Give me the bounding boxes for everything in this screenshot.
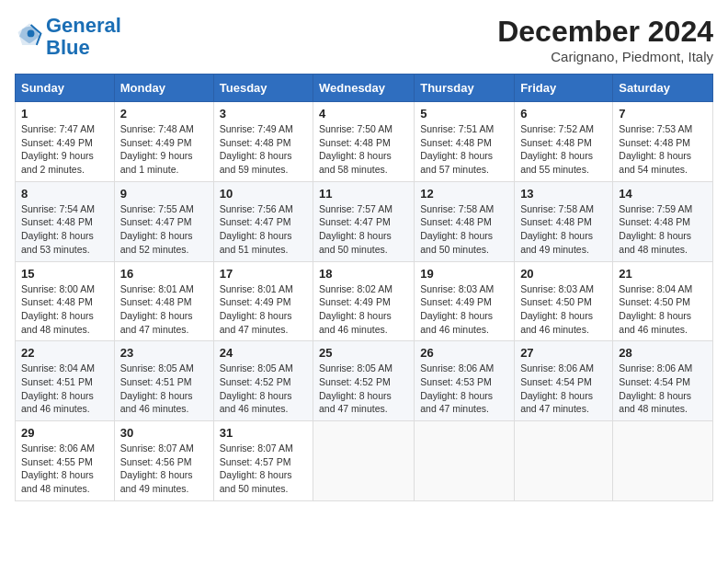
- day-number: 1: [21, 107, 108, 121]
- calendar-cell: 14Sunrise: 7:59 AMSunset: 4:48 PMDayligh…: [613, 181, 713, 261]
- day-number: 27: [520, 346, 607, 360]
- title-section: December 2024 Carignano, Piedmont, Italy: [497, 15, 713, 64]
- day-number: 22: [21, 346, 108, 360]
- calendar-cell: [515, 421, 613, 501]
- day-number: 2: [120, 107, 208, 121]
- calendar-cell: 2Sunrise: 7:48 AMSunset: 4:49 PMDaylight…: [114, 102, 213, 182]
- sunrise-text: Sunrise: 7:56 AMSunset: 4:47 PMDaylight:…: [220, 203, 293, 255]
- sunrise-text: Sunrise: 8:06 AMSunset: 4:55 PMDaylight:…: [21, 442, 95, 494]
- sunrise-text: Sunrise: 8:01 AMSunset: 4:49 PMDaylight:…: [220, 283, 293, 335]
- logo: General Blue: [15, 15, 121, 59]
- sunrise-text: Sunrise: 7:58 AMSunset: 4:48 PMDaylight:…: [520, 203, 594, 255]
- sunrise-text: Sunrise: 7:51 AMSunset: 4:48 PMDaylight:…: [420, 123, 494, 175]
- calendar-week-3: 15Sunrise: 8:00 AMSunset: 4:48 PMDayligh…: [16, 261, 713, 341]
- day-number: 5: [420, 107, 508, 121]
- calendar-cell: 31Sunrise: 8:07 AMSunset: 4:57 PMDayligh…: [213, 421, 313, 501]
- calendar-cell: 11Sunrise: 7:57 AMSunset: 4:47 PMDayligh…: [313, 181, 415, 261]
- day-number: 26: [420, 346, 508, 360]
- calendar-cell: 3Sunrise: 7:49 AMSunset: 4:48 PMDaylight…: [213, 102, 313, 182]
- calendar-week-5: 29Sunrise: 8:06 AMSunset: 4:55 PMDayligh…: [16, 421, 713, 501]
- calendar-cell: 21Sunrise: 8:04 AMSunset: 4:50 PMDayligh…: [613, 261, 713, 341]
- sunrise-text: Sunrise: 7:54 AMSunset: 4:48 PMDaylight:…: [21, 203, 95, 255]
- calendar-cell: 22Sunrise: 8:04 AMSunset: 4:51 PMDayligh…: [16, 341, 115, 421]
- calendar-cell: 15Sunrise: 8:00 AMSunset: 4:48 PMDayligh…: [16, 261, 115, 341]
- calendar-week-4: 22Sunrise: 8:04 AMSunset: 4:51 PMDayligh…: [16, 341, 713, 421]
- calendar-cell: 17Sunrise: 8:01 AMSunset: 4:49 PMDayligh…: [213, 261, 313, 341]
- calendar-cell: 26Sunrise: 8:06 AMSunset: 4:53 PMDayligh…: [415, 341, 515, 421]
- header-wednesday: Wednesday: [313, 75, 415, 102]
- calendar-cell: 18Sunrise: 8:02 AMSunset: 4:49 PMDayligh…: [313, 261, 415, 341]
- sunrise-text: Sunrise: 7:49 AMSunset: 4:48 PMDaylight:…: [220, 123, 293, 175]
- day-number: 29: [21, 426, 108, 440]
- day-number: 25: [319, 346, 408, 360]
- day-number: 18: [319, 267, 408, 281]
- calendar-week-2: 8Sunrise: 7:54 AMSunset: 4:48 PMDaylight…: [16, 181, 713, 261]
- sunrise-text: Sunrise: 7:53 AMSunset: 4:48 PMDaylight:…: [619, 123, 692, 175]
- day-number: 9: [120, 187, 208, 201]
- svg-point-1: [28, 30, 35, 38]
- location-subtitle: Carignano, Piedmont, Italy: [497, 49, 713, 64]
- calendar-cell: 19Sunrise: 8:03 AMSunset: 4:49 PMDayligh…: [415, 261, 515, 341]
- day-number: 30: [120, 426, 208, 440]
- day-number: 10: [220, 187, 307, 201]
- day-number: 13: [520, 187, 607, 201]
- day-number: 21: [619, 267, 707, 281]
- sunrise-text: Sunrise: 7:47 AMSunset: 4:49 PMDaylight:…: [21, 123, 95, 175]
- calendar-cell: 13Sunrise: 7:58 AMSunset: 4:48 PMDayligh…: [515, 181, 613, 261]
- sunrise-text: Sunrise: 8:05 AMSunset: 4:52 PMDaylight:…: [220, 362, 293, 414]
- day-number: 4: [319, 107, 408, 121]
- sunrise-text: Sunrise: 8:06 AMSunset: 4:53 PMDaylight:…: [420, 362, 494, 414]
- sunrise-text: Sunrise: 7:50 AMSunset: 4:48 PMDaylight:…: [319, 123, 392, 175]
- header-monday: Monday: [114, 75, 213, 102]
- day-number: 8: [21, 187, 108, 201]
- sunrise-text: Sunrise: 8:07 AMSunset: 4:56 PMDaylight:…: [120, 442, 194, 494]
- calendar-cell: 27Sunrise: 8:06 AMSunset: 4:54 PMDayligh…: [515, 341, 613, 421]
- calendar-cell: 1Sunrise: 7:47 AMSunset: 4:49 PMDaylight…: [16, 102, 115, 182]
- sunrise-text: Sunrise: 8:06 AMSunset: 4:54 PMDaylight:…: [619, 362, 692, 414]
- page-header: General Blue December 2024 Carignano, Pi…: [15, 15, 713, 64]
- calendar-cell: 7Sunrise: 7:53 AMSunset: 4:48 PMDaylight…: [613, 102, 713, 182]
- calendar-cell: 24Sunrise: 8:05 AMSunset: 4:52 PMDayligh…: [213, 341, 313, 421]
- sunrise-text: Sunrise: 8:05 AMSunset: 4:51 PMDaylight:…: [120, 362, 194, 414]
- sunrise-text: Sunrise: 8:01 AMSunset: 4:48 PMDaylight:…: [120, 283, 194, 335]
- day-number: 11: [319, 187, 408, 201]
- day-number: 7: [619, 107, 707, 121]
- day-number: 19: [420, 267, 508, 281]
- sunrise-text: Sunrise: 7:55 AMSunset: 4:47 PMDaylight:…: [120, 203, 194, 255]
- header-friday: Friday: [515, 75, 613, 102]
- sunrise-text: Sunrise: 7:48 AMSunset: 4:49 PMDaylight:…: [120, 123, 194, 175]
- calendar-cell: 10Sunrise: 7:56 AMSunset: 4:47 PMDayligh…: [213, 181, 313, 261]
- calendar-cell: [313, 421, 415, 501]
- day-number: 15: [21, 267, 108, 281]
- day-number: 16: [120, 267, 208, 281]
- calendar-cell: 5Sunrise: 7:51 AMSunset: 4:48 PMDaylight…: [415, 102, 515, 182]
- sunrise-text: Sunrise: 7:57 AMSunset: 4:47 PMDaylight:…: [319, 203, 392, 255]
- sunrise-text: Sunrise: 8:04 AMSunset: 4:50 PMDaylight:…: [619, 283, 692, 335]
- day-number: 31: [220, 426, 307, 440]
- calendar-week-1: 1Sunrise: 7:47 AMSunset: 4:49 PMDaylight…: [16, 102, 713, 182]
- logo-text: General Blue: [46, 15, 121, 59]
- sunrise-text: Sunrise: 8:02 AMSunset: 4:49 PMDaylight:…: [319, 283, 392, 335]
- day-number: 3: [220, 107, 307, 121]
- calendar-cell: 25Sunrise: 8:05 AMSunset: 4:52 PMDayligh…: [313, 341, 415, 421]
- day-number: 24: [220, 346, 307, 360]
- day-number: 12: [420, 187, 508, 201]
- calendar-cell: [415, 421, 515, 501]
- logo-icon: [17, 22, 42, 48]
- sunrise-text: Sunrise: 7:52 AMSunset: 4:48 PMDaylight:…: [520, 123, 594, 175]
- calendar-cell: 4Sunrise: 7:50 AMSunset: 4:48 PMDaylight…: [313, 102, 415, 182]
- calendar-cell: 16Sunrise: 8:01 AMSunset: 4:48 PMDayligh…: [114, 261, 213, 341]
- sunrise-text: Sunrise: 7:58 AMSunset: 4:48 PMDaylight:…: [420, 203, 494, 255]
- sunrise-text: Sunrise: 8:06 AMSunset: 4:54 PMDaylight:…: [520, 362, 594, 414]
- day-number: 14: [619, 187, 707, 201]
- calendar-cell: 29Sunrise: 8:06 AMSunset: 4:55 PMDayligh…: [16, 421, 115, 501]
- calendar-cell: 12Sunrise: 7:58 AMSunset: 4:48 PMDayligh…: [415, 181, 515, 261]
- header-tuesday: Tuesday: [213, 75, 313, 102]
- calendar-cell: 20Sunrise: 8:03 AMSunset: 4:50 PMDayligh…: [515, 261, 613, 341]
- sunrise-text: Sunrise: 8:07 AMSunset: 4:57 PMDaylight:…: [220, 442, 293, 494]
- day-number: 28: [619, 346, 707, 360]
- sunrise-text: Sunrise: 8:04 AMSunset: 4:51 PMDaylight:…: [21, 362, 95, 414]
- header-saturday: Saturday: [613, 75, 713, 102]
- day-number: 17: [220, 267, 307, 281]
- month-year-title: December 2024: [497, 15, 713, 49]
